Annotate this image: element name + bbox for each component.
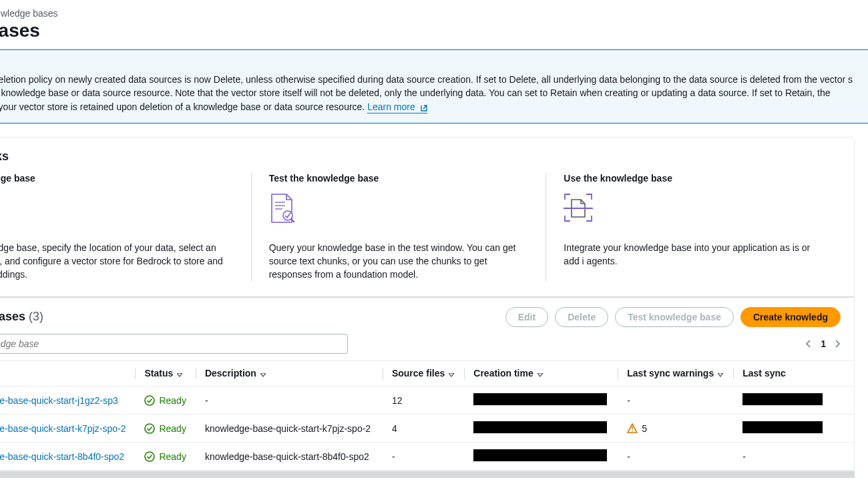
step-test-desc: Query your knowledge base in the test wi… [269, 241, 529, 282]
learn-more-link[interactable]: Learn more [367, 101, 427, 113]
status-badge: Ready [144, 423, 186, 434]
col-source-files[interactable]: Source files [383, 360, 464, 386]
page-prev-icon[interactable] [806, 340, 811, 348]
create-knowledge-base-button[interactable]: Create knowledg [740, 307, 841, 327]
horizontal-scrollbar[interactable] [0, 471, 855, 478]
status-badge: Ready [144, 395, 186, 406]
step-use-desc: Integrate your knowledge base into your … [564, 241, 823, 268]
col-status[interactable]: Status [135, 360, 195, 386]
edit-button[interactable]: Edit [505, 307, 548, 327]
status-badge: Ready [144, 451, 186, 462]
col-creation-time[interactable]: Creation time [464, 360, 618, 386]
document-scan-icon [564, 193, 823, 232]
step-create-title: owledge base [0, 173, 234, 184]
redacted-value [473, 449, 607, 461]
redacted-value [473, 393, 607, 405]
kb-name-link[interactable]: owledge-base-quick-start-k7pjz-spo-2 [0, 423, 126, 434]
kb-name-link[interactable]: owledge-base-quick-start-8b4f0-spo2 [0, 451, 124, 462]
pagination: 1 [806, 338, 841, 349]
step-create-desc: nowledge base, specify the location of y… [0, 241, 234, 282]
col-last-sync-warnings[interactable]: Last sync warnings [618, 360, 733, 386]
col-name[interactable]: ne [0, 360, 135, 386]
kb-name-link[interactable]: owledge-base-quick-start-j1gz2-sp3 [0, 395, 118, 406]
announcement-text-1: ult data deletion policy on newly create… [0, 74, 853, 85]
list-title: ge bases (3) [0, 310, 43, 324]
col-description[interactable]: Description [196, 360, 383, 386]
step-create: owledge base nowledge base, specify the … [0, 173, 251, 282]
redacted-value [742, 393, 823, 405]
redacted-value [742, 421, 823, 433]
external-link-icon [419, 103, 427, 111]
search-input[interactable] [0, 334, 348, 354]
table-row[interactable]: owledge-base-quick-start-j1gz2-sp3 Ready… [0, 387, 854, 415]
announcement-title: ement [0, 59, 855, 70]
test-knowledge-base-button[interactable]: Test knowledge base [615, 307, 734, 327]
step-test-title: Test the knowledge base [269, 173, 529, 184]
check-circle-icon [144, 451, 155, 462]
table-row[interactable]: owledge-base-quick-start-k7pjz-spo-2 Rea… [0, 415, 854, 443]
announcement-text-3: g data in your vector store is retained … [0, 101, 367, 112]
page-current: 1 [821, 338, 826, 349]
announcement-text-2: etion of a knowledge base or data source… [0, 87, 831, 98]
announcement-banner: ement ult data deletion policy on newly … [0, 49, 868, 124]
breadcrumb: Knowledge bases [0, 0, 868, 20]
table-row[interactable]: owledge-base-quick-start-8b4f0-spo2 Read… [0, 443, 854, 471]
warning-badge: 5 [627, 423, 724, 434]
svg-point-6 [283, 211, 292, 220]
delete-button[interactable]: Delete [555, 307, 608, 327]
page-next-icon[interactable] [835, 340, 841, 348]
check-circle-icon [144, 423, 155, 434]
document-search-icon [269, 193, 529, 232]
step-use-title: Use the knowledge base [564, 173, 823, 184]
knowledge-bases-list: ge bases (3) Edit Delete Test knowledge … [0, 298, 855, 471]
check-circle-icon [144, 395, 155, 406]
breadcrumb-current: Knowledge bases [0, 8, 58, 19]
warning-icon [627, 423, 638, 434]
step-use: Use the knowledge base Integrate your kn… [546, 173, 841, 282]
how-it-works-title: works [0, 150, 841, 164]
how-it-works-card: works owledge base nowledge base, specif… [0, 137, 855, 298]
knowledge-bases-table: ne Status Description Source files Creat… [0, 360, 854, 471]
redacted-value [473, 421, 607, 433]
page-title: ge bases [0, 20, 868, 49]
document-upload-icon [0, 193, 234, 232]
col-last-sync[interactable]: Last sync [733, 360, 854, 386]
step-test: Test the knowledge base Query your knowl… [251, 173, 546, 282]
